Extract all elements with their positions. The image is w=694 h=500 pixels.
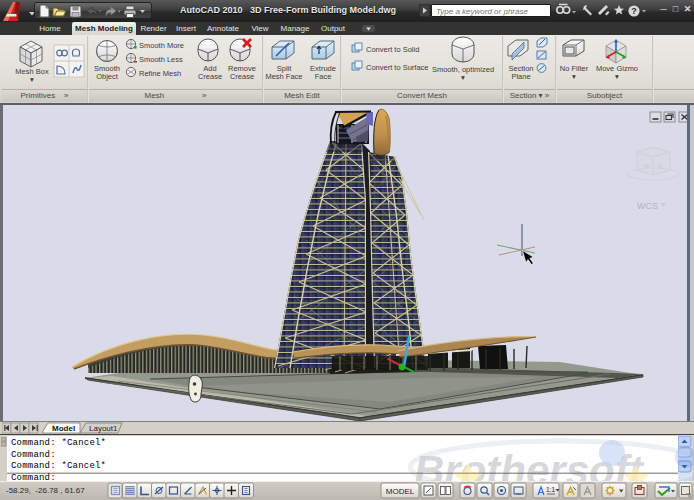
svg-text:?: ?: [631, 6, 637, 16]
svg-text:WCS: WCS: [637, 201, 658, 211]
svg-text:MODEL: MODEL: [386, 487, 415, 496]
svg-text:Layout1: Layout1: [89, 424, 118, 433]
svg-text:Model: Model: [52, 424, 75, 433]
svg-text:1:1: 1:1: [546, 486, 555, 493]
